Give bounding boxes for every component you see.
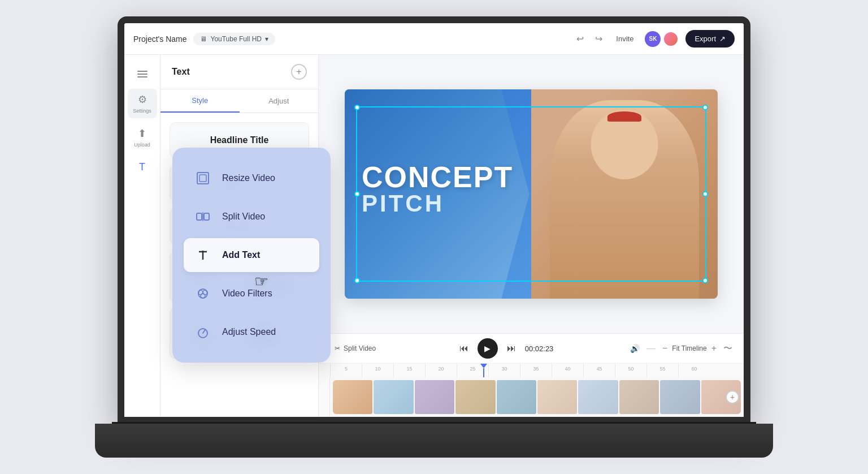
invite-button[interactable]: Invite: [611, 32, 638, 45]
split-icon: [193, 206, 213, 227]
waveform-button[interactable]: 〜: [723, 343, 732, 355]
svg-rect-2: [197, 213, 202, 220]
strip-4: [455, 380, 495, 414]
video-canvas[interactable]: CONCEPT PITCH: [345, 89, 718, 299]
sidebar-item-text-tool[interactable]: T: [128, 157, 157, 178]
add-text-label: Add Text: [222, 250, 260, 260]
upload-label: Upload: [134, 142, 150, 148]
ruler-mark-40: 40: [552, 364, 583, 377]
person-hat: [607, 111, 641, 122]
speed-label: Adjust Speed: [222, 327, 276, 337]
track-content[interactable]: +: [330, 377, 744, 417]
panel-header: Text +: [160, 55, 318, 89]
track-label: [319, 377, 330, 417]
strip-2: [374, 380, 413, 414]
playhead-line: [483, 368, 484, 377]
tab-adjust[interactable]: Adjust: [240, 89, 319, 113]
panel-add-button[interactable]: +: [291, 64, 307, 80]
person-photo: [531, 89, 718, 299]
format-selector[interactable]: 🖥 YouTube Full HD ▾: [193, 33, 275, 45]
svg-rect-1: [199, 175, 206, 182]
canvas-wrapper[interactable]: CONCEPT PITCH: [319, 55, 744, 333]
undo-button[interactable]: ↩: [574, 31, 586, 46]
ruler-mark-5: 5: [330, 364, 362, 377]
fit-timeline-label: Fit Timeline: [672, 344, 706, 352]
hamburger-icon: [135, 68, 150, 80]
volume-button[interactable]: 🔊: [630, 344, 640, 353]
sidebar-item-settings[interactable]: ⚙ Settings: [128, 89, 157, 118]
fit-timeline-controls: − Fit Timeline +: [662, 343, 717, 354]
ruler-mark-45: 45: [583, 364, 615, 377]
panel-tabs: Style Adjust: [160, 89, 318, 113]
app-header: Project's Name 🖥 YouTube Full HD ▾ ↩ ↪ I…: [124, 23, 744, 55]
filters-label: Video Filters: [222, 288, 272, 299]
ruler-mark-15: 15: [393, 364, 425, 377]
menu-item-split[interactable]: Split Video: [184, 200, 319, 234]
ruler-playhead: [480, 364, 487, 377]
ruler-mark-20: 20: [425, 364, 457, 377]
svg-rect-0: [197, 173, 209, 184]
strip-9: [660, 380, 700, 414]
video-background: CONCEPT PITCH: [345, 89, 718, 299]
dash-separator: —: [646, 343, 656, 354]
chevron-down-icon: ▾: [265, 35, 268, 43]
export-icon: ↗: [719, 35, 726, 43]
sidebar-item-menu[interactable]: [128, 64, 157, 84]
panel-title: Text: [172, 67, 190, 77]
split-video-button[interactable]: ✂ Split Video: [330, 342, 380, 355]
avatar-image: [663, 31, 679, 47]
scissors-icon: ✂: [335, 344, 340, 352]
ruler-mark-55: 55: [646, 364, 678, 377]
strip-8: [619, 380, 659, 414]
ruler-mark-50: 50: [615, 364, 646, 377]
avatar-initials: SK: [645, 31, 661, 47]
strip-1: [333, 380, 372, 414]
resize-label: Resize Video: [222, 173, 275, 183]
format-label: YouTube Full HD: [210, 35, 262, 43]
zoom-out-button[interactable]: −: [662, 343, 667, 354]
upload-icon: ⬆: [138, 127, 146, 140]
split-video-label: Split Video: [344, 344, 376, 352]
concept-title: CONCEPT: [362, 162, 513, 192]
settings-label: Settings: [133, 108, 151, 114]
settings-icon: ⚙: [138, 93, 147, 106]
menu-item-add-text[interactable]: Add Text: [184, 238, 319, 272]
ruler-marks: 5 10 15 20 25 30 35 40 45 50 55: [330, 364, 710, 377]
menu-item-filters[interactable]: Video Filters: [184, 277, 319, 311]
timeline-tracks: +: [319, 377, 744, 417]
laptop-base: [95, 424, 773, 458]
strip-5: [497, 380, 536, 414]
timeline-ruler: 5 10 15 20 25 30 35 40 45 50 55: [319, 364, 744, 377]
play-button[interactable]: ▶: [478, 338, 498, 359]
strip-3: [415, 380, 454, 414]
fast-forward-button[interactable]: ⏭: [505, 341, 518, 356]
tab-style[interactable]: Style: [160, 89, 240, 113]
timeline-area: ✂ Split Video ⏮ ▶ ⏭ 00:02:23 🔊: [319, 333, 744, 417]
text-tool-icon: T: [139, 161, 145, 173]
rewind-button[interactable]: ⏮: [457, 341, 471, 356]
filters-icon: [193, 283, 213, 304]
person-head: [591, 110, 658, 179]
sidebar-icons: ⚙ Settings ⬆ Upload T: [124, 55, 160, 417]
timeline-controls: ✂ Split Video ⏮ ▶ ⏭ 00:02:23 🔊: [319, 334, 744, 364]
timeline-add-button[interactable]: +: [726, 390, 739, 404]
ruler-mark-35: 35: [520, 364, 552, 377]
menu-item-speed[interactable]: Adjust Speed: [184, 315, 319, 349]
sidebar-item-upload[interactable]: ⬆ Upload: [128, 123, 157, 152]
header-left: Project's Name: [133, 35, 186, 44]
resize-icon: [193, 168, 213, 188]
ruler-mark-10: 10: [362, 364, 393, 377]
person-silhouette: [550, 100, 699, 299]
export-button[interactable]: Export ↗: [685, 30, 735, 48]
playback-controls: ⏮ ▶ ⏭: [457, 338, 518, 359]
concept-subtitle: PITCH: [362, 192, 513, 216]
project-name[interactable]: Project's Name: [133, 35, 186, 44]
export-label: Export: [695, 35, 716, 43]
zoom-in-button[interactable]: +: [711, 343, 717, 354]
floating-menu: Resize Video Split Video: [172, 148, 331, 363]
redo-button[interactable]: ↪: [593, 31, 605, 46]
add-text-icon: [193, 245, 213, 265]
svg-line-12: [203, 330, 205, 333]
menu-item-resize[interactable]: Resize Video: [184, 161, 319, 195]
monitor-icon: 🖥: [200, 35, 207, 43]
